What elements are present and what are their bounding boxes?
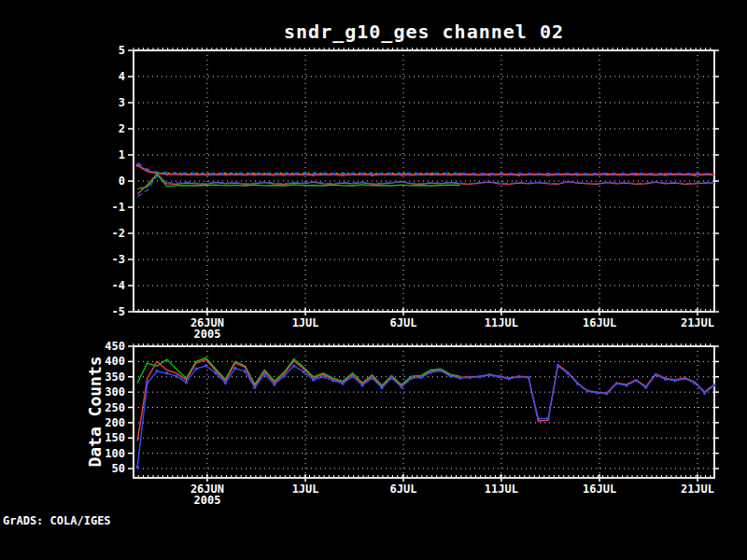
counts-blue-line-marker xyxy=(576,382,579,385)
ytick-label: -2 xyxy=(112,227,125,240)
ytick-label: 200 xyxy=(105,416,125,429)
chart-canvas: 543210-1-2-3-4-526JUN20051JUL6JUL11JUL16… xyxy=(0,0,747,560)
counts-blue-line-marker xyxy=(331,379,334,382)
counts-blue-line-marker xyxy=(233,367,236,370)
xtick-year-label: 2005 xyxy=(194,328,221,341)
counts-blue-line-marker xyxy=(351,375,354,378)
blue-mid-line xyxy=(137,175,714,196)
counts-blue-line-marker xyxy=(596,391,599,394)
grads-screen: sndr_g10_ges channel 02 543210-1-2-3-4-5… xyxy=(0,0,747,560)
counts-panel-frame xyxy=(134,346,714,478)
xtick-label: 21JUL xyxy=(681,483,714,496)
xtick-year-label: 2005 xyxy=(194,494,221,507)
counts-blue-line-marker xyxy=(214,371,217,374)
counts-blue-line-marker xyxy=(655,373,657,376)
ytick-label: 2 xyxy=(119,122,125,135)
ytick-label: 300 xyxy=(105,385,125,399)
counts-blue-line-marker xyxy=(537,417,540,420)
counts-blue-line-marker xyxy=(400,385,402,388)
counts-blue-line-marker xyxy=(439,370,442,372)
counts-blue-line-marker xyxy=(156,370,159,372)
xtick-label: 16JUL xyxy=(583,316,616,329)
xtick-label: 6JUL xyxy=(390,483,417,496)
counts-blue-line-marker xyxy=(342,382,345,385)
green-mid-line xyxy=(137,175,460,189)
ytick-label: 400 xyxy=(105,355,125,368)
counts-blue-line-marker xyxy=(146,382,148,385)
counts-blue-line-marker xyxy=(546,417,549,420)
counts-blue-line-marker xyxy=(694,382,697,385)
counts-blue-line-marker xyxy=(312,379,315,382)
ytick-label: -4 xyxy=(112,279,125,292)
ytick-label: 250 xyxy=(105,401,125,414)
counts-blue-line-marker xyxy=(684,377,686,380)
counts-blue-line-marker xyxy=(176,375,178,378)
counts-blue-line-marker xyxy=(322,375,325,378)
counts-blue-line-marker xyxy=(458,377,461,380)
counts-blue-line-marker xyxy=(283,375,286,378)
counts-red-line xyxy=(137,359,714,441)
counts-blue-line-marker xyxy=(185,381,188,384)
red-mid-line xyxy=(137,174,714,194)
ytick-label: 0 xyxy=(119,175,125,188)
ytick-label: 3 xyxy=(119,96,125,109)
counts-blue-line-marker xyxy=(195,368,198,371)
counts-blue-line-marker xyxy=(644,386,647,389)
xtick-label: 1JUL xyxy=(292,316,319,329)
counts-blue-line-marker xyxy=(224,382,227,385)
grads-watermark: GrADS: COLA/IGES xyxy=(3,514,111,527)
xtick-label: 16JUL xyxy=(583,483,616,496)
ytick-label: -1 xyxy=(112,201,125,214)
ytick-label: 50 xyxy=(112,462,125,475)
red-top-line-marker xyxy=(635,173,638,175)
counts-blue-line-marker xyxy=(605,392,608,395)
counts-blue-line-marker xyxy=(390,377,393,380)
ytick-label: 5 xyxy=(119,44,125,57)
green-top-line xyxy=(157,173,460,174)
ytick-label: 1 xyxy=(119,148,125,161)
counts-blue-line-marker xyxy=(136,466,139,469)
ytick-label: 100 xyxy=(105,447,125,460)
counts-blue-line-marker xyxy=(303,371,305,373)
counts-blue-line xyxy=(137,366,714,467)
counts-blue-line-marker xyxy=(703,392,706,395)
counts-blue-line-marker xyxy=(263,373,266,376)
counts-blue-line-marker xyxy=(498,375,500,378)
xtick-label: 1JUL xyxy=(292,483,319,496)
counts-axis-label: Data Counts xyxy=(85,356,105,467)
counts-blue-line-marker xyxy=(585,390,588,393)
counts-blue-line-marker xyxy=(469,376,472,379)
counts-blue-line-marker xyxy=(528,376,530,379)
xtick-label: 6JUL xyxy=(390,316,417,329)
counts-blue-line-marker xyxy=(419,376,422,379)
counts-blue-line-marker xyxy=(615,382,618,385)
ytick-label: 150 xyxy=(105,431,125,444)
counts-blue-line-marker xyxy=(713,384,716,386)
counts-blue-line-marker xyxy=(380,386,383,389)
xtick-label: 11JUL xyxy=(485,483,518,496)
xtick-label: 11JUL xyxy=(485,316,518,329)
counts-blue-line-marker xyxy=(253,386,256,389)
blue-top-line xyxy=(137,163,714,174)
ytick-label: 350 xyxy=(105,371,125,384)
counts-blue-line-marker xyxy=(664,378,667,381)
xtick-label: 21JUL xyxy=(681,316,714,329)
counts-blue-line-marker xyxy=(361,384,364,386)
counts-blue-line-marker xyxy=(635,379,638,382)
counts-blue-line-marker xyxy=(244,370,247,372)
ytick-label: 450 xyxy=(105,340,125,353)
counts-blue-line-marker xyxy=(517,375,520,378)
counts-blue-line-marker xyxy=(273,383,275,385)
ytick-label: 4 xyxy=(119,70,125,83)
counts-blue-line-marker xyxy=(674,379,677,382)
counts-blue-line-marker xyxy=(165,371,168,374)
ytick-label: -3 xyxy=(112,253,125,266)
counts-blue-line-marker xyxy=(292,364,295,367)
counts-blue-line-marker xyxy=(430,371,432,373)
counts-blue-line-marker xyxy=(557,364,559,367)
counts-blue-line-marker xyxy=(488,373,491,376)
counts-blue-line-marker xyxy=(625,384,627,386)
counts-blue-line-marker xyxy=(566,371,569,374)
counts-blue-line-marker xyxy=(449,375,452,378)
counts-blue-line-marker xyxy=(508,377,511,380)
